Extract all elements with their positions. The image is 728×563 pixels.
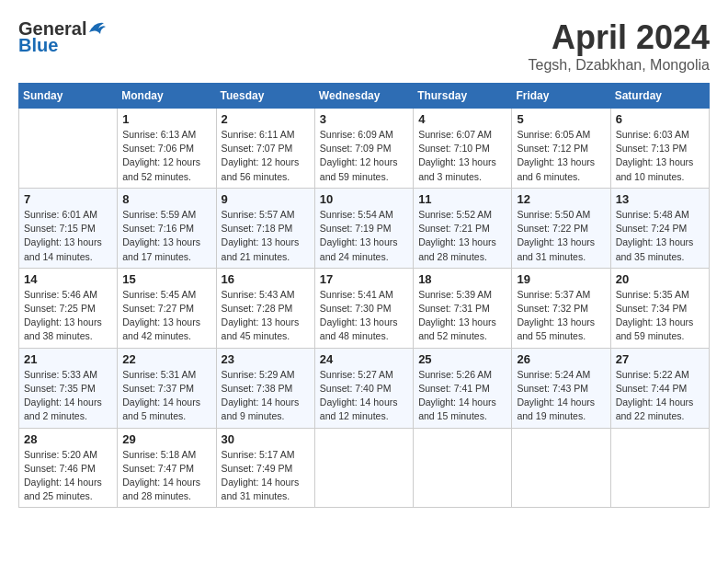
day-info: Sunrise: 5:45 AM Sunset: 7:27 PM Dayligh… xyxy=(122,288,210,344)
calendar-cell: 26Sunrise: 5:24 AM Sunset: 7:43 PM Dayli… xyxy=(512,348,610,428)
day-info: Sunrise: 5:52 AM Sunset: 7:21 PM Dayligh… xyxy=(418,208,506,264)
calendar-cell: 11Sunrise: 5:52 AM Sunset: 7:21 PM Dayli… xyxy=(414,188,512,268)
day-number: 2 xyxy=(222,112,310,126)
calendar-cell: 27Sunrise: 5:22 AM Sunset: 7:44 PM Dayli… xyxy=(610,348,709,428)
header-sunday: Sunday xyxy=(19,84,118,109)
calendar-cell: 30Sunrise: 5:17 AM Sunset: 7:49 PM Dayli… xyxy=(216,428,314,508)
day-number: 27 xyxy=(616,352,704,366)
calendar-cell: 21Sunrise: 5:33 AM Sunset: 7:35 PM Dayli… xyxy=(19,348,118,428)
calendar-cell: 6Sunrise: 6:03 AM Sunset: 7:13 PM Daylig… xyxy=(610,109,709,189)
day-info: Sunrise: 5:22 AM Sunset: 7:44 PM Dayligh… xyxy=(616,368,704,424)
calendar-cell: 22Sunrise: 5:31 AM Sunset: 7:37 PM Dayli… xyxy=(118,348,216,428)
day-number: 11 xyxy=(418,192,506,206)
day-info: Sunrise: 5:46 AM Sunset: 7:25 PM Dayligh… xyxy=(24,288,112,344)
day-info: Sunrise: 6:01 AM Sunset: 7:15 PM Dayligh… xyxy=(24,208,112,264)
calendar-cell: 23Sunrise: 5:29 AM Sunset: 7:38 PM Dayli… xyxy=(216,348,314,428)
header-wednesday: Wednesday xyxy=(314,84,413,109)
location: Tegsh, Dzabkhan, Mongolia xyxy=(529,57,710,74)
day-info: Sunrise: 6:11 AM Sunset: 7:07 PM Dayligh… xyxy=(222,128,310,184)
day-number: 30 xyxy=(222,432,310,446)
calendar-cell: 13Sunrise: 5:48 AM Sunset: 7:24 PM Dayli… xyxy=(610,188,709,268)
week-row-5: 28Sunrise: 5:20 AM Sunset: 7:46 PM Dayli… xyxy=(19,428,710,508)
calendar-cell: 18Sunrise: 5:39 AM Sunset: 7:31 PM Dayli… xyxy=(414,268,512,348)
day-number: 10 xyxy=(320,192,408,206)
calendar-cell: 5Sunrise: 6:05 AM Sunset: 7:12 PM Daylig… xyxy=(512,109,610,189)
day-info: Sunrise: 6:05 AM Sunset: 7:12 PM Dayligh… xyxy=(517,128,605,184)
day-number: 7 xyxy=(24,192,112,206)
calendar-cell xyxy=(610,428,709,508)
calendar-table: SundayMondayTuesdayWednesdayThursdayFrid… xyxy=(18,83,710,508)
day-info: Sunrise: 5:29 AM Sunset: 7:38 PM Dayligh… xyxy=(222,368,310,424)
day-number: 4 xyxy=(418,112,506,126)
calendar-cell: 15Sunrise: 5:45 AM Sunset: 7:27 PM Dayli… xyxy=(118,268,216,348)
day-number: 15 xyxy=(122,272,210,286)
header-friday: Friday xyxy=(512,84,610,109)
day-info: Sunrise: 5:31 AM Sunset: 7:37 PM Dayligh… xyxy=(122,368,210,424)
day-info: Sunrise: 5:43 AM Sunset: 7:28 PM Dayligh… xyxy=(222,288,310,344)
header-tuesday: Tuesday xyxy=(216,84,314,109)
calendar-cell: 3Sunrise: 6:09 AM Sunset: 7:09 PM Daylig… xyxy=(314,109,413,189)
calendar-cell: 9Sunrise: 5:57 AM Sunset: 7:18 PM Daylig… xyxy=(216,188,314,268)
day-info: Sunrise: 6:07 AM Sunset: 7:10 PM Dayligh… xyxy=(418,128,506,184)
day-info: Sunrise: 5:20 AM Sunset: 7:46 PM Dayligh… xyxy=(24,448,112,504)
calendar-cell: 17Sunrise: 5:41 AM Sunset: 7:30 PM Dayli… xyxy=(314,268,413,348)
day-info: Sunrise: 6:03 AM Sunset: 7:13 PM Dayligh… xyxy=(616,128,704,184)
day-number: 9 xyxy=(222,192,310,206)
logo-bird-icon xyxy=(87,19,108,36)
day-info: Sunrise: 6:09 AM Sunset: 7:09 PM Dayligh… xyxy=(320,128,408,184)
day-number: 1 xyxy=(122,112,210,126)
calendar-cell xyxy=(512,428,610,508)
calendar-cell: 10Sunrise: 5:54 AM Sunset: 7:19 PM Dayli… xyxy=(314,188,413,268)
calendar-cell: 16Sunrise: 5:43 AM Sunset: 7:28 PM Dayli… xyxy=(216,268,314,348)
logo: General Blue xyxy=(18,18,108,55)
month-title: April 2024 xyxy=(529,18,710,57)
day-number: 12 xyxy=(517,192,605,206)
day-number: 14 xyxy=(24,272,112,286)
day-number: 24 xyxy=(320,352,408,366)
calendar-cell: 20Sunrise: 5:35 AM Sunset: 7:34 PM Dayli… xyxy=(610,268,709,348)
header-monday: Monday xyxy=(118,84,216,109)
logo-blue: Blue xyxy=(18,35,58,55)
day-info: Sunrise: 5:37 AM Sunset: 7:32 PM Dayligh… xyxy=(517,288,605,344)
calendar-cell xyxy=(414,428,512,508)
calendar-cell: 19Sunrise: 5:37 AM Sunset: 7:32 PM Dayli… xyxy=(512,268,610,348)
day-number: 5 xyxy=(517,112,605,126)
calendar-cell: 8Sunrise: 5:59 AM Sunset: 7:16 PM Daylig… xyxy=(118,188,216,268)
day-info: Sunrise: 5:57 AM Sunset: 7:18 PM Dayligh… xyxy=(222,208,310,264)
day-info: Sunrise: 5:54 AM Sunset: 7:19 PM Dayligh… xyxy=(320,208,408,264)
day-number: 19 xyxy=(517,272,605,286)
calendar-cell: 29Sunrise: 5:18 AM Sunset: 7:47 PM Dayli… xyxy=(118,428,216,508)
day-info: Sunrise: 5:39 AM Sunset: 7:31 PM Dayligh… xyxy=(418,288,506,344)
day-info: Sunrise: 5:41 AM Sunset: 7:30 PM Dayligh… xyxy=(320,288,408,344)
calendar-cell: 25Sunrise: 5:26 AM Sunset: 7:41 PM Dayli… xyxy=(414,348,512,428)
calendar-cell: 7Sunrise: 6:01 AM Sunset: 7:15 PM Daylig… xyxy=(19,188,118,268)
calendar-cell xyxy=(314,428,413,508)
day-number: 26 xyxy=(517,352,605,366)
calendar-cell: 28Sunrise: 5:20 AM Sunset: 7:46 PM Dayli… xyxy=(19,428,118,508)
day-info: Sunrise: 5:59 AM Sunset: 7:16 PM Dayligh… xyxy=(122,208,210,264)
day-number: 6 xyxy=(616,112,704,126)
day-number: 29 xyxy=(122,432,210,446)
header-saturday: Saturday xyxy=(610,84,709,109)
page-header: General Blue April 2024 Tegsh, Dzabkhan,… xyxy=(18,18,710,74)
day-info: Sunrise: 5:33 AM Sunset: 7:35 PM Dayligh… xyxy=(24,368,112,424)
day-info: Sunrise: 5:50 AM Sunset: 7:22 PM Dayligh… xyxy=(517,208,605,264)
day-number: 28 xyxy=(24,432,112,446)
day-number: 13 xyxy=(616,192,704,206)
day-info: Sunrise: 5:27 AM Sunset: 7:40 PM Dayligh… xyxy=(320,368,408,424)
week-row-1: 1Sunrise: 6:13 AM Sunset: 7:06 PM Daylig… xyxy=(19,109,710,189)
calendar-cell: 14Sunrise: 5:46 AM Sunset: 7:25 PM Dayli… xyxy=(19,268,118,348)
calendar-body: 1Sunrise: 6:13 AM Sunset: 7:06 PM Daylig… xyxy=(19,109,710,508)
calendar-header-row: SundayMondayTuesdayWednesdayThursdayFrid… xyxy=(19,84,710,109)
day-info: Sunrise: 5:35 AM Sunset: 7:34 PM Dayligh… xyxy=(616,288,704,344)
day-number: 8 xyxy=(122,192,210,206)
calendar-cell: 12Sunrise: 5:50 AM Sunset: 7:22 PM Dayli… xyxy=(512,188,610,268)
week-row-2: 7Sunrise: 6:01 AM Sunset: 7:15 PM Daylig… xyxy=(19,188,710,268)
week-row-4: 21Sunrise: 5:33 AM Sunset: 7:35 PM Dayli… xyxy=(19,348,710,428)
day-info: Sunrise: 5:18 AM Sunset: 7:47 PM Dayligh… xyxy=(122,448,210,504)
day-number: 22 xyxy=(122,352,210,366)
day-number: 20 xyxy=(616,272,704,286)
calendar-cell: 24Sunrise: 5:27 AM Sunset: 7:40 PM Dayli… xyxy=(314,348,413,428)
day-number: 21 xyxy=(24,352,112,366)
day-number: 16 xyxy=(222,272,310,286)
